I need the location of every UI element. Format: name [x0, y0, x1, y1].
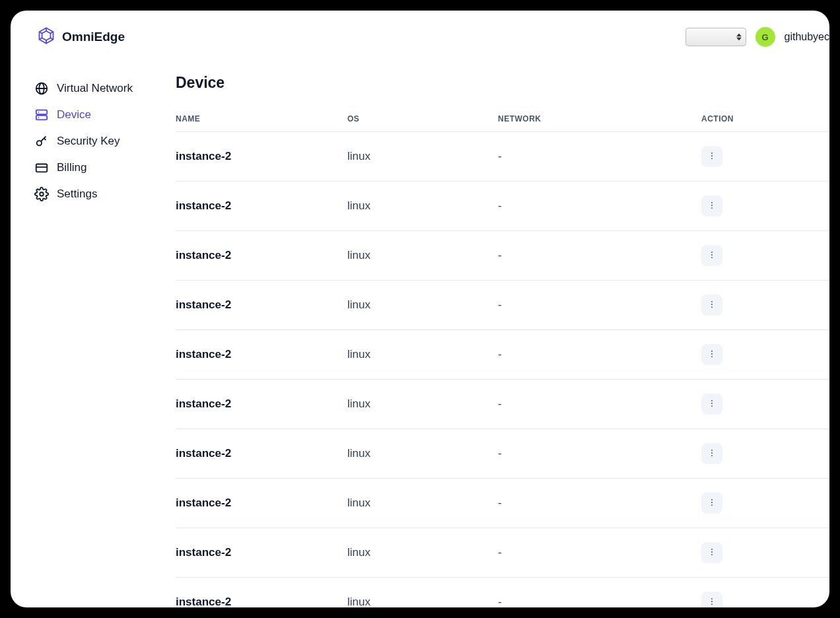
sidebar-item-virtual-network[interactable]: Virtual Network: [34, 75, 149, 102]
table-row: instance-2linux-: [176, 528, 829, 578]
svg-point-32: [711, 300, 713, 302]
device-name: instance-2: [176, 231, 347, 281]
svg-point-46: [711, 504, 713, 506]
table-row: instance-2linux-: [176, 479, 829, 528]
brand[interactable]: OmniEdge: [37, 26, 125, 48]
device-os: linux: [347, 231, 498, 281]
row-actions-button[interactable]: [701, 294, 722, 316]
device-os: linux: [347, 380, 498, 429]
svg-point-31: [711, 257, 713, 258]
device-os: linux: [347, 281, 498, 330]
more-vertical-icon: [707, 448, 717, 460]
device-name: instance-2: [176, 429, 347, 479]
row-actions-button[interactable]: [701, 394, 722, 415]
more-vertical-icon: [707, 300, 717, 311]
row-actions-button[interactable]: [701, 146, 722, 167]
logo-icon: [37, 26, 55, 48]
row-actions-button[interactable]: [701, 195, 722, 217]
svg-marker-9: [736, 38, 742, 41]
svg-rect-13: [36, 110, 48, 114]
app-window: OmniEdge G githubyec Virtual Network: [11, 11, 829, 607]
svg-point-23: [711, 152, 713, 153]
device-name: instance-2: [176, 132, 347, 182]
device-os: linux: [347, 182, 498, 231]
svg-line-19: [44, 138, 46, 140]
sidebar-item-billing[interactable]: Billing: [34, 154, 149, 181]
device-name: instance-2: [176, 479, 347, 528]
sidebar-item-label: Settings: [57, 188, 97, 201]
device-network: -: [498, 231, 701, 281]
svg-point-25: [711, 158, 713, 159]
svg-point-30: [711, 254, 713, 256]
sidebar-item-label: Security Key: [57, 135, 120, 148]
table-row: instance-2linux-: [176, 380, 829, 429]
sidebar-item-settings[interactable]: Settings: [34, 181, 149, 207]
settings-icon: [34, 187, 49, 201]
table-row: instance-2linux-: [176, 281, 829, 330]
row-actions-button[interactable]: [701, 344, 722, 365]
svg-marker-1: [42, 31, 51, 40]
svg-point-24: [711, 155, 713, 156]
table-row: instance-2linux-: [176, 182, 829, 231]
device-network: -: [498, 281, 701, 330]
page-title: Device: [176, 74, 829, 92]
globe-icon: [34, 81, 49, 96]
row-actions-button[interactable]: [701, 493, 722, 514]
col-header-os: OS: [347, 106, 498, 132]
key-icon: [34, 134, 49, 149]
svg-point-39: [711, 403, 713, 404]
sidebar-item-device[interactable]: Device: [34, 102, 149, 128]
row-actions-button[interactable]: [701, 542, 722, 563]
svg-point-35: [711, 350, 713, 351]
device-name: instance-2: [176, 578, 347, 608]
svg-point-52: [711, 603, 713, 605]
device-network: -: [498, 132, 701, 182]
svg-point-37: [711, 356, 713, 357]
more-vertical-icon: [707, 547, 717, 559]
more-vertical-icon: [707, 250, 717, 261]
table-row: instance-2linux-: [176, 330, 829, 380]
avatar-letter: G: [761, 32, 768, 42]
sidebar-item-label: Device: [57, 108, 91, 121]
device-icon: [34, 108, 49, 122]
svg-point-33: [711, 304, 713, 305]
svg-point-40: [711, 405, 713, 407]
svg-point-45: [711, 502, 713, 503]
table-row: instance-2linux-: [176, 231, 829, 281]
device-os: linux: [347, 528, 498, 578]
device-network: -: [498, 479, 701, 528]
sidebar-item-label: Billing: [57, 161, 87, 174]
header-select[interactable]: [685, 28, 746, 46]
more-vertical-icon: [707, 151, 717, 162]
device-network: -: [498, 429, 701, 479]
svg-point-17: [37, 141, 42, 145]
svg-rect-14: [36, 116, 48, 120]
table-row: instance-2linux-: [176, 132, 829, 182]
brand-name: OmniEdge: [62, 30, 125, 44]
device-name: instance-2: [176, 528, 347, 578]
table-row: instance-2linux-: [176, 429, 829, 479]
header-right: G githubyec: [685, 27, 830, 47]
username[interactable]: githubyec: [785, 31, 830, 43]
svg-point-38: [711, 399, 713, 401]
device-os: linux: [347, 479, 498, 528]
device-os: linux: [347, 330, 498, 380]
device-network: -: [498, 330, 701, 380]
svg-marker-8: [736, 34, 742, 37]
row-actions-button[interactable]: [701, 443, 722, 464]
more-vertical-icon: [707, 201, 717, 212]
sidebar-item-security-key[interactable]: Security Key: [34, 128, 149, 154]
sidebar-item-label: Virtual Network: [57, 82, 133, 95]
row-actions-button[interactable]: [701, 245, 722, 266]
avatar[interactable]: G: [755, 27, 775, 47]
svg-point-41: [711, 449, 713, 450]
device-network: -: [498, 578, 701, 608]
row-actions-button[interactable]: [701, 592, 722, 607]
col-header-action: ACTION: [701, 106, 829, 132]
billing-icon: [34, 160, 49, 175]
svg-point-48: [711, 551, 713, 553]
device-name: instance-2: [176, 380, 347, 429]
device-os: linux: [347, 132, 498, 182]
svg-point-16: [38, 117, 40, 118]
svg-point-44: [711, 498, 713, 500]
